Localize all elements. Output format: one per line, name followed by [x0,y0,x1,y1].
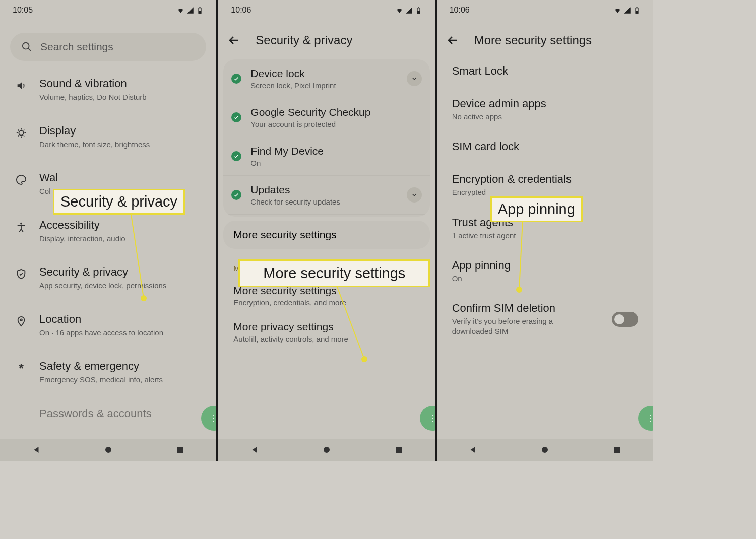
svg-rect-25 [614,447,620,453]
wifi-icon [177,7,184,14]
svg-rect-1 [199,11,201,14]
battery-icon [415,7,422,14]
nav-back-icon[interactable] [468,445,477,454]
wifi-icon [396,7,403,14]
svg-point-5 [19,130,23,135]
nav-back-icon[interactable] [250,445,259,454]
accessibility-icon [15,221,27,233]
svg-rect-14 [418,7,419,8]
callout-security-privacy: Security & privacy [53,189,185,215]
chevron-down-icon [411,75,418,82]
app-header: More security settings [437,25,653,55]
settings-item-smart-lock[interactable]: Smart Lock [437,55,653,88]
shield-icon [15,268,27,280]
svg-rect-21 [636,7,638,8]
settings-item-app-pinning[interactable]: App pinningOn [437,250,653,293]
back-arrow-icon[interactable] [228,34,240,46]
settings-item-display[interactable]: DisplayDark theme, font size, brightness [0,113,216,161]
check-ok-icon [231,151,241,161]
status-bar: 10:06 [437,0,653,20]
callout-app-pinning: App pinning [490,196,583,222]
battery-icon [196,7,204,14]
signal-icon [623,7,631,14]
settings-item-safety[interactable]: * Safety & emergencyEmergency SOS, medic… [0,349,216,396]
security-row-find-my-device[interactable]: Find My DeviceOn [223,137,429,176]
signal-icon [405,7,413,14]
nav-recents-icon[interactable] [612,445,621,454]
nav-bar [0,439,216,461]
settings-item-sound[interactable]: Sound & vibrationVolume, haptics, Do Not… [0,66,216,113]
status-icons [177,7,204,14]
svg-rect-20 [636,11,638,14]
toggle-switch[interactable] [612,312,638,327]
svg-rect-2 [200,7,201,8]
settings-item-device-admin[interactable]: Device admin appsNo active apps [437,88,653,131]
svg-point-10 [105,447,111,453]
security-row-google-checkup[interactable]: Google Security CheckupYour account is p… [223,98,429,137]
nav-bar [437,439,653,461]
nav-home-icon[interactable] [540,445,549,454]
screen-settings-main: 10:05 Search settings Sound & vibrationV… [0,0,218,461]
expand-button[interactable] [407,187,422,203]
security-row-updates[interactable]: UpdatesCheck for security updates [223,176,429,215]
svg-point-7 [20,319,22,321]
more-icon: ⋮ [647,414,653,423]
settings-item-sim-lock[interactable]: SIM card lock [437,131,653,164]
page-title: Security & privacy [256,33,352,47]
volume-icon [15,80,27,92]
svg-rect-18 [396,447,402,453]
nav-back-icon[interactable] [32,445,41,454]
svg-rect-13 [417,11,420,14]
settings-item-location[interactable]: LocationOn · 16 apps have access to loca… [0,302,216,349]
settings-item-security-privacy[interactable]: Security & privacyApp security, device l… [0,254,216,302]
search-placeholder: Search settings [40,41,113,53]
security-row-device-lock[interactable]: Device lockScreen lock, Pixel Imprint [223,59,429,98]
screen-more-security-settings: 10:06 More security settings Smart Lock … [437,0,653,461]
battery-icon [633,7,641,14]
check-ok-icon [231,74,241,84]
status-icons [396,7,422,14]
status-bar: 10:06 [218,0,434,20]
status-bar: 10:05 [0,0,216,20]
callout-more-security-settings: More security settings [238,259,430,287]
asterisk-icon: * [15,362,27,374]
svg-point-3 [23,43,29,49]
nav-home-icon[interactable] [322,445,331,454]
search-input[interactable]: Search settings [10,33,206,61]
status-time: 10:06 [450,6,470,15]
status-time: 10:06 [231,6,251,15]
expand-button[interactable] [407,71,422,86]
card-more-security-settings[interactable]: More security settings [223,221,429,249]
nav-recents-icon[interactable] [176,445,185,454]
fab-button[interactable]: ⋮ [638,406,653,431]
back-arrow-icon[interactable] [447,34,459,46]
settings-item-confirm-sim-deletion[interactable]: Confirm SIM deletion Verify it's you bef… [437,293,653,346]
security-status-card: Device lockScreen lock, Pixel Imprint Go… [223,59,429,217]
screen-security-privacy: 10:06 Security & privacy Device lockScre… [218,0,436,461]
app-header: Security & privacy [218,25,434,55]
svg-line-4 [28,48,31,51]
search-icon [21,41,32,52]
fab-button[interactable]: ⋮ [420,406,435,431]
palette-icon [15,174,27,186]
svg-point-16 [361,356,367,362]
settings-item-passwords[interactable]: Passwords & accounts [0,396,216,433]
location-icon [15,315,27,327]
check-ok-icon [231,190,241,200]
settings-item-more-privacy[interactable]: More privacy settings Autofill, activity… [218,314,434,350]
status-time: 10:05 [13,6,33,15]
nav-bar [218,439,434,461]
nav-recents-icon[interactable] [394,445,403,454]
svg-rect-11 [177,447,183,453]
svg-point-24 [542,447,548,453]
more-icon: ⋮ [210,414,216,423]
key-icon [15,410,27,422]
signal-icon [186,7,194,14]
more-icon: ⋮ [428,414,435,423]
status-icons [614,7,641,14]
chevron-down-icon [411,191,418,198]
svg-point-6 [20,222,22,224]
brightness-icon [15,127,27,139]
wifi-icon [614,7,621,14]
nav-home-icon[interactable] [104,445,113,454]
